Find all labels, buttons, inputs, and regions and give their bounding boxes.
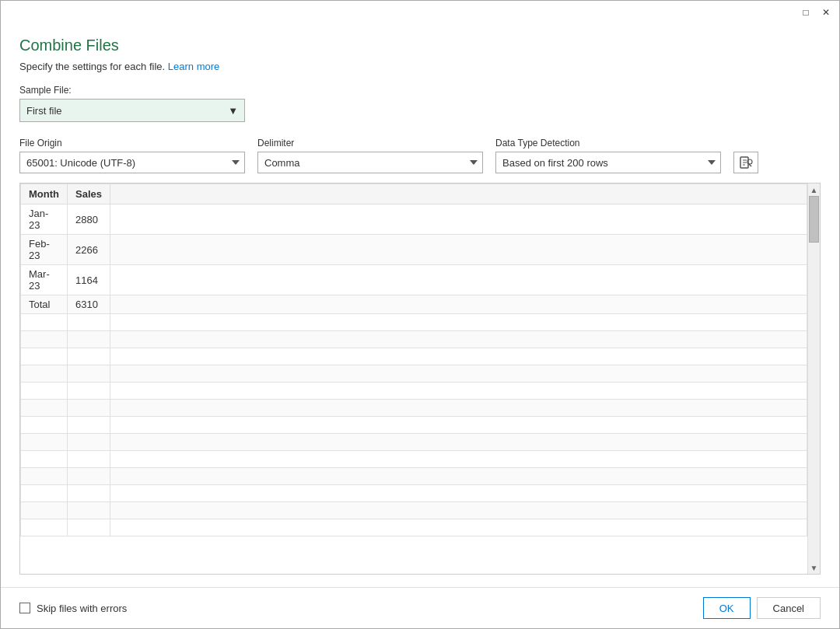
table-cell-12-2 xyxy=(110,451,807,468)
scroll-down-arrow[interactable]: ▼ xyxy=(808,561,821,574)
table-cell-10-1 xyxy=(67,417,110,434)
table-cell-3-2 xyxy=(110,295,807,314)
table-row xyxy=(21,400,807,417)
vertical-scrollbar[interactable]: ▲ ▼ xyxy=(807,183,820,574)
table-row xyxy=(21,314,807,331)
table-cell-15-2 xyxy=(110,502,807,519)
table-cell-1-0: Feb-23 xyxy=(21,235,68,265)
table-cell-2-0: Mar-23 xyxy=(21,265,68,295)
table-cell-16-1 xyxy=(67,519,110,536)
combine-files-dialog: □ ✕ Combine Files Specify the settings f… xyxy=(0,0,840,629)
table-row xyxy=(21,519,807,536)
file-origin-group: File Origin 65001: Unicode (UTF-8) xyxy=(19,138,245,173)
footer: Skip files with errors OK Cancel xyxy=(1,587,839,628)
table-row: Feb-232266 xyxy=(21,235,807,265)
table-cell-3-0: Total xyxy=(21,295,68,314)
scrollbar-thumb[interactable] xyxy=(809,196,819,243)
dialog-subtitle: Specify the settings for each file. Lear… xyxy=(19,61,821,72)
skip-files-row: Skip files with errors xyxy=(19,603,127,614)
skip-files-label: Skip files with errors xyxy=(37,603,127,614)
table-cell-14-1 xyxy=(67,485,110,502)
settings-row: File Origin 65001: Unicode (UTF-8) Delim… xyxy=(19,138,821,173)
table-cell-11-2 xyxy=(110,434,807,451)
ok-button[interactable]: OK xyxy=(703,597,751,619)
delimiter-group: Delimiter Comma Tab Semicolon Space xyxy=(257,138,483,173)
preview-table: Month Sales Jan-232880Feb-232266Mar-2311… xyxy=(20,183,807,536)
table-cell-4-0 xyxy=(21,314,68,331)
sample-file-arrow-icon: ▼ xyxy=(228,105,238,117)
table-cell-4-1 xyxy=(67,314,110,331)
subtitle-text: Specify the settings for each file. xyxy=(19,61,165,72)
data-type-label: Data Type Detection xyxy=(495,138,721,149)
scrollbar-track xyxy=(808,196,820,561)
preview-area: Month Sales Jan-232880Feb-232266Mar-2311… xyxy=(19,183,821,575)
file-icon-button[interactable] xyxy=(733,152,758,173)
table-cell-6-0 xyxy=(21,348,68,365)
table-cell-15-1 xyxy=(67,502,110,519)
col-header-month: Month xyxy=(21,184,68,204)
table-row xyxy=(21,383,807,400)
table-row xyxy=(21,348,807,365)
table-cell-9-1 xyxy=(67,400,110,417)
table-cell-11-1 xyxy=(67,434,110,451)
table-row xyxy=(21,502,807,519)
table-cell-16-0 xyxy=(21,519,68,536)
learn-more-link[interactable]: Learn more xyxy=(168,61,219,72)
table-cell-9-0 xyxy=(21,400,68,417)
table-cell-10-0 xyxy=(21,417,68,434)
table-row xyxy=(21,451,807,468)
scroll-up-arrow[interactable]: ▲ xyxy=(808,183,821,196)
table-cell-14-0 xyxy=(21,485,68,502)
table-cell-8-0 xyxy=(21,383,68,400)
table-cell-14-2 xyxy=(110,485,807,502)
sample-file-value: First file xyxy=(26,105,62,117)
delimiter-label: Delimiter xyxy=(257,138,483,149)
table-cell-9-2 xyxy=(110,400,807,417)
table-cell-7-2 xyxy=(110,365,807,383)
table-cell-1-2 xyxy=(110,235,807,265)
table-cell-10-2 xyxy=(110,417,807,434)
table-cell-12-1 xyxy=(67,451,110,468)
table-row xyxy=(21,485,807,502)
table-header-row: Month Sales xyxy=(21,184,807,204)
sample-file-dropdown[interactable]: First file ▼ xyxy=(19,99,245,122)
table-row xyxy=(21,365,807,383)
cancel-button[interactable]: Cancel xyxy=(757,597,821,619)
table-cell-5-0 xyxy=(21,331,68,348)
table-cell-12-0 xyxy=(21,451,68,468)
table-cell-0-2 xyxy=(110,204,807,235)
table-row xyxy=(21,434,807,451)
table-row: Jan-232880 xyxy=(21,204,807,235)
table-cell-4-2 xyxy=(110,314,807,331)
table-row xyxy=(21,417,807,434)
table-row: Mar-231164 xyxy=(21,265,807,295)
table-cell-1-1: 2266 xyxy=(67,235,110,265)
maximize-button[interactable]: □ xyxy=(799,5,813,19)
table-row xyxy=(21,331,807,348)
table-cell-3-1: 6310 xyxy=(67,295,110,314)
dialog-body: Combine Files Specify the settings for e… xyxy=(1,24,839,587)
table-cell-16-2 xyxy=(110,519,807,536)
table-cell-5-2 xyxy=(110,331,807,348)
table-cell-5-1 xyxy=(67,331,110,348)
delimiter-select[interactable]: Comma Tab Semicolon Space xyxy=(257,152,483,173)
skip-files-checkbox[interactable] xyxy=(19,603,30,613)
table-cell-15-0 xyxy=(21,502,68,519)
table-cell-6-2 xyxy=(110,348,807,365)
table-cell-13-1 xyxy=(67,468,110,485)
col-header-empty xyxy=(110,184,807,204)
file-origin-label: File Origin xyxy=(19,138,245,149)
table-cell-7-0 xyxy=(21,365,68,383)
data-type-group: Data Type Detection Based on first 200 r… xyxy=(495,138,721,173)
table-cell-2-1: 1164 xyxy=(67,265,110,295)
preview-table-container: Month Sales Jan-232880Feb-232266Mar-2311… xyxy=(20,183,807,574)
dialog-title: Combine Files xyxy=(19,37,821,54)
table-cell-2-2 xyxy=(110,265,807,295)
titlebar: □ ✕ xyxy=(1,1,839,24)
table-cell-8-2 xyxy=(110,383,807,400)
file-origin-select[interactable]: 65001: Unicode (UTF-8) xyxy=(19,152,245,173)
table-cell-0-1: 2880 xyxy=(67,204,110,235)
close-button[interactable]: ✕ xyxy=(819,5,833,19)
data-type-select[interactable]: Based on first 200 rows Do not detect da… xyxy=(495,152,721,173)
file-open-icon xyxy=(739,156,753,169)
